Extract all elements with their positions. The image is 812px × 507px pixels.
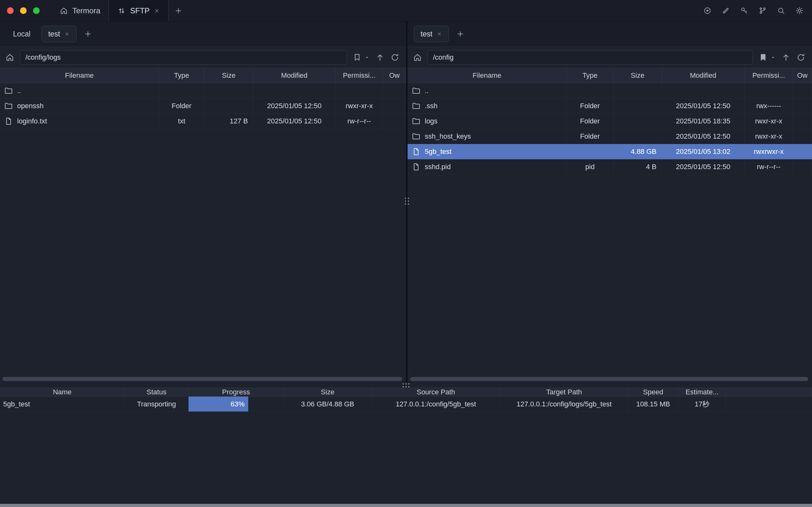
- transfer-size: 3.06 GB/4.88 GB: [284, 397, 372, 412]
- source-control-branch-icon[interactable]: [758, 6, 767, 15]
- chevron-down-icon[interactable]: [364, 55, 370, 60]
- settings-gear-icon[interactable]: [795, 6, 804, 15]
- splitter-grip[interactable]: [402, 383, 410, 387]
- transfers-splitter[interactable]: [0, 383, 812, 388]
- column-header-type[interactable]: Type: [566, 68, 613, 83]
- file-row-ssh-host-keys[interactable]: ssh_host_keys Folder 2025/01/05 12:50 rw…: [408, 129, 812, 144]
- tab-test-right[interactable]: test: [414, 26, 449, 42]
- sftp-dual-panes: Local test: [0, 21, 812, 383]
- folder-icon: [412, 86, 421, 95]
- key-icon[interactable]: [740, 6, 749, 15]
- file-modified: 2025/01/05 12:50: [662, 159, 745, 174]
- column-header-progress[interactable]: Progress: [188, 388, 284, 396]
- transfer-name: 5gb_test: [0, 397, 125, 412]
- titlebar-spacer: [188, 0, 703, 21]
- column-header-type[interactable]: Type: [159, 68, 205, 83]
- right-pane: test: [408, 21, 812, 383]
- file-row-openssh[interactable]: openssh Folder 2025/01/05 12:50 rwxr-xr-…: [0, 98, 406, 114]
- minimize-window-button[interactable]: [20, 7, 27, 14]
- close-tab-icon[interactable]: [154, 8, 160, 14]
- record-icon[interactable]: [703, 6, 712, 15]
- horizontal-scrollbar[interactable]: [3, 377, 402, 381]
- column-header-permissions[interactable]: Permissi...: [335, 68, 383, 83]
- column-header-target-path[interactable]: Target Path: [500, 388, 628, 396]
- file-owner: [383, 83, 406, 98]
- file-row-logs[interactable]: logs Folder 2025/01/05 18:35 rwxr-xr-x: [408, 114, 812, 129]
- file-permissions: [745, 83, 793, 98]
- file-owner: [793, 98, 812, 114]
- file-type: [159, 83, 205, 98]
- column-header-size[interactable]: Size: [205, 68, 253, 83]
- add-tab-button[interactable]: [81, 27, 95, 41]
- path-input[interactable]: [428, 50, 753, 65]
- column-header-status[interactable]: Status: [125, 388, 188, 396]
- home-icon[interactable]: [413, 53, 422, 62]
- file-owner: [793, 129, 812, 144]
- empty-area: [0, 412, 812, 504]
- column-header-permissions[interactable]: Permissi...: [745, 68, 793, 83]
- parent-directory-icon[interactable]: [781, 53, 791, 62]
- column-header-modified[interactable]: Modified: [253, 68, 335, 83]
- file-type: [566, 83, 613, 98]
- zoom-window-button[interactable]: [33, 7, 40, 14]
- home-icon[interactable]: [5, 53, 15, 62]
- column-header-source-path[interactable]: Source Path: [372, 388, 500, 396]
- filename: loginfo.txt: [17, 117, 47, 125]
- add-tab-button[interactable]: [453, 27, 467, 41]
- tab-test-left[interactable]: test: [42, 26, 76, 42]
- refresh-icon[interactable]: [390, 53, 400, 62]
- file-owner: [793, 144, 812, 159]
- file-row-parent[interactable]: ..: [408, 83, 812, 98]
- file-size: 127 B: [205, 114, 253, 129]
- path-input[interactable]: [20, 50, 347, 65]
- filename: openssh: [17, 102, 44, 110]
- transfer-status: Transporting: [125, 397, 188, 412]
- progress-bar: 63%: [188, 397, 248, 411]
- column-header-owner[interactable]: Ow: [383, 68, 406, 83]
- file-type: Folder: [566, 114, 613, 129]
- tab-local[interactable]: Local: [6, 26, 37, 42]
- file-type: txt: [159, 114, 205, 129]
- file-row-sshd-pid[interactable]: sshd.pid pid 4 B 2025/01/05 12:50 rw-r--…: [408, 159, 812, 174]
- right-pane-tabbar: test: [408, 21, 812, 47]
- file-size: [613, 114, 662, 129]
- file-permissions: rwxrwxr-x: [745, 144, 793, 159]
- file-size: [613, 83, 662, 98]
- file-row-ssh[interactable]: .ssh Folder 2025/01/05 12:50 rwx------: [408, 98, 812, 114]
- filename: ..: [17, 87, 21, 95]
- edit-pencil-icon[interactable]: [721, 6, 730, 15]
- file-row-loginfo[interactable]: loginfo.txt txt 127 B 2025/01/05 12:50 r…: [0, 114, 406, 129]
- tab-termora[interactable]: Termora: [51, 0, 109, 21]
- chevron-down-icon[interactable]: [770, 55, 776, 60]
- tab-sftp[interactable]: SFTP: [109, 0, 169, 21]
- horizontal-scrollbar[interactable]: [410, 377, 808, 381]
- transfer-speed: 108.15 MB: [628, 397, 679, 412]
- close-window-button[interactable]: [7, 7, 14, 14]
- new-tab-button[interactable]: [169, 0, 188, 21]
- parent-directory-icon[interactable]: [375, 53, 385, 62]
- file-row-parent[interactable]: ..: [0, 83, 406, 98]
- close-tab-icon[interactable]: [436, 31, 442, 37]
- refresh-icon[interactable]: [796, 53, 806, 62]
- column-header-speed[interactable]: Speed: [628, 388, 679, 396]
- right-pathbar: [408, 47, 812, 68]
- transfer-progress-cell: 63%: [188, 397, 284, 412]
- file-row-5gb-test-selected[interactable]: 5gb_test 4.88 GB 2025/01/05 13:02 rwxrwx…: [408, 144, 812, 159]
- column-header-modified[interactable]: Modified: [662, 68, 745, 83]
- column-header-size[interactable]: Size: [284, 388, 372, 396]
- folder-icon: [412, 117, 421, 126]
- column-header-name[interactable]: Name: [0, 388, 125, 396]
- bookmark-filled-icon[interactable]: [758, 53, 768, 62]
- close-tab-icon[interactable]: [64, 31, 70, 37]
- tab-test-right-label: test: [421, 30, 432, 38]
- search-icon[interactable]: [777, 6, 785, 15]
- tab-termora-label: Termora: [72, 6, 100, 15]
- column-header-owner[interactable]: Ow: [793, 68, 812, 83]
- column-header-filename[interactable]: Filename: [0, 68, 159, 83]
- transfer-row-5gb-test[interactable]: 5gb_test Transporting 63% 3.06 GB/4.88 G…: [0, 397, 812, 412]
- window-controls: [0, 0, 51, 21]
- column-header-estimate[interactable]: Estimate...: [679, 388, 726, 396]
- column-header-filename[interactable]: Filename: [408, 68, 566, 83]
- bookmark-icon[interactable]: [353, 53, 362, 62]
- column-header-size[interactable]: Size: [613, 68, 662, 83]
